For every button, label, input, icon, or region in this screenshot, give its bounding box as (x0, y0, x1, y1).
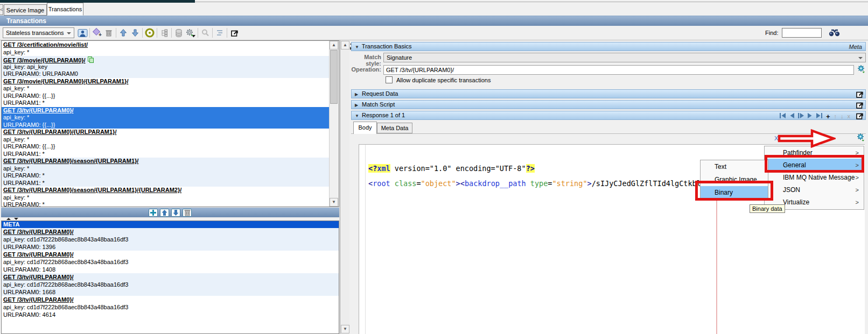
search-icon[interactable] (199, 27, 211, 38)
move-transaction-down-icon[interactable] (171, 209, 180, 217)
last-response-icon[interactable] (816, 112, 822, 120)
main-toolbar: Stateless transactions + Find: (0, 26, 868, 40)
transaction-item[interactable]: GET /3/tv/{URLPARAM0}/season/{URLPARAM1}… (2, 158, 330, 187)
copy-icon (87, 56, 94, 63)
section-request-data[interactable]: ▶ Request Data (351, 89, 866, 98)
content-type-gear-icon[interactable] (856, 133, 865, 143)
meta-transaction-list[interactable]: META GET /3/tv/{URLPARAM0}/api_key: cd1d… (1, 221, 339, 334)
application-window: < Service Image Transactions Transaction… (0, 0, 868, 334)
transaction-item[interactable]: GET /3/movie/{URLPARAM0}/api_key: api_ke… (2, 56, 330, 78)
tab-meta-data[interactable]: Meta Data (377, 123, 412, 133)
new-transaction-icon[interactable]: + (91, 27, 103, 38)
xml-token: "object" (421, 179, 456, 188)
menu-item-label: Virtualize (783, 198, 809, 206)
delete-transaction-icon[interactable] (183, 209, 192, 217)
panel-title: Transactions (0, 16, 868, 26)
filter-icon[interactable] (214, 27, 226, 38)
transaction-list-scrollbar[interactable]: ▲ ▼ (329, 41, 339, 207)
move-transaction-up-icon[interactable] (160, 209, 169, 217)
splitter-up-icon[interactable] (6, 218, 11, 220)
xml-token: root (373, 179, 390, 188)
meta-transaction-item[interactable]: GET /3/tv/{URLPARAM0}/api_key: cd1d7f222… (2, 251, 339, 273)
transaction-item[interactable]: GET /3/certification/movie/list/api_key:… (2, 41, 330, 56)
previous-response-icon[interactable] (789, 112, 794, 120)
scroll-up-icon[interactable]: ▲ (330, 41, 338, 49)
first-response-icon[interactable] (780, 112, 786, 120)
tab-transactions[interactable]: Transactions (47, 3, 83, 16)
operation-settings-gear-icon[interactable] (857, 65, 866, 75)
transaction-param: api_key: cd1d7f222b868aec8b843a48baa16df… (2, 303, 339, 311)
find-button[interactable] (828, 28, 840, 38)
meta-transaction-item[interactable]: GET /3/tv/{URLPARAM0}/api_key: cd1d7f222… (2, 296, 339, 318)
section-title: Transaction Basics (362, 43, 412, 49)
add-response-icon[interactable]: + (826, 114, 830, 119)
xml-content[interactable]: <?xml version="1.0" encoding="UTF-8"?> <… (368, 161, 701, 191)
allow-duplicate-label: Allow duplicate specific transactions (396, 77, 491, 83)
xml-token: "string" (552, 179, 587, 188)
scrollbar-thumb[interactable] (330, 50, 338, 104)
toolbar-separator (89, 28, 90, 38)
open-external-icon[interactable] (856, 90, 864, 101)
record-icon[interactable] (144, 27, 156, 38)
add-transaction-icon[interactable] (149, 209, 158, 217)
move-response-up-icon[interactable]: ↑ (834, 112, 837, 120)
annotation-arrow (778, 129, 836, 148)
transaction-mode-select[interactable]: Stateless transactions (3, 27, 74, 38)
move-response-down-icon[interactable]: ↓ (841, 112, 844, 120)
next-response-icon[interactable] (808, 112, 813, 120)
transaction-param: api_key: cd1d7f222b868aec8b843a48baa16df… (2, 281, 339, 288)
splitter-down-icon[interactable] (14, 218, 18, 220)
delete-transaction-icon[interactable] (103, 27, 115, 38)
hierarchy-icon[interactable] (158, 27, 170, 38)
operation-input[interactable]: GET /3/tv/{URLPARAM0}/ (383, 65, 854, 75)
scroll-down-icon[interactable]: ▼ (341, 325, 349, 333)
transaction-operation: GET /3/movie/{URLPARAM0}/{URLPARAM1}/ (3, 78, 128, 84)
chevron-down-icon (858, 57, 863, 59)
scroll-down-icon[interactable]: ▼ (330, 198, 338, 207)
match-style-select[interactable]: Signature (383, 53, 866, 62)
delete-response-icon[interactable]: x (848, 112, 851, 120)
panel-divider[interactable] (340, 40, 340, 334)
play-response-icon[interactable] (798, 112, 804, 120)
section-match-script[interactable]: ▶ Match Script (351, 100, 866, 109)
toolbar-separator (198, 28, 198, 38)
tab-service-image[interactable]: Service Image (4, 4, 47, 16)
section-transaction-basics[interactable]: ▼ Transaction Basics Meta (351, 42, 866, 51)
transaction-item[interactable]: GET /3/tv/{URLPARAM0}/api_key: *URLPARAM… (2, 107, 330, 129)
move-down-icon[interactable] (129, 27, 141, 38)
move-up-icon[interactable] (117, 27, 129, 38)
open-external-icon[interactable] (856, 101, 864, 111)
toolbar-separator (142, 28, 143, 38)
open-external-icon[interactable] (856, 112, 864, 122)
transaction-item[interactable]: GET /3/tv/{URLPARAM0}/season/{URLPARAM1}… (2, 187, 330, 207)
section-response[interactable]: ▼ Response 1 of 1 +↑↓x (351, 111, 866, 120)
find-input[interactable] (782, 28, 822, 38)
transaction-item[interactable]: GET /3/movie/{URLPARAM0}/{URLPARAM1}/api… (2, 78, 330, 107)
menu-item-ibm-mq-native-message[interactable]: IBM MQ Native Message> (765, 171, 864, 183)
transaction-operation: GET /3/tv/{URLPARAM0}/ (3, 229, 74, 235)
tab-body[interactable]: Body (353, 122, 377, 134)
open-external-icon[interactable] (228, 27, 240, 38)
section-title: Match Script (362, 101, 395, 108)
settings-icon[interactable] (185, 27, 197, 38)
meta-transaction-item[interactable]: GET /3/tv/{URLPARAM0}/api_key: cd1d7f222… (2, 273, 339, 296)
expand-arrow-icon: ▶ (355, 90, 360, 98)
database-icon[interactable] (173, 27, 185, 38)
xml-token (526, 179, 530, 188)
transaction-item[interactable]: GET /3/tv/{URLPARAM0}/{URLPARAM1}/api_ke… (2, 129, 330, 158)
screenshot-icon[interactable] (76, 27, 88, 38)
collapse-arrow-icon: ▼ (355, 43, 360, 51)
meta-list-header[interactable]: META (2, 221, 339, 228)
meta-transaction-item[interactable]: GET /3/tv/{URLPARAM0}/api_key: cd1d7f222… (2, 228, 339, 251)
allow-duplicate-checkbox[interactable] (386, 76, 393, 83)
submenu-arrow-icon: > (856, 187, 859, 193)
scroll-up-icon[interactable]: ▲ (341, 41, 349, 49)
submenu-arrow-icon: > (856, 174, 859, 181)
right-panel-scrollbar[interactable]: ▲ ▼ (341, 40, 349, 334)
transaction-param: api_key: * (2, 136, 330, 144)
menu-item-json[interactable]: JSON> (765, 183, 864, 196)
xml-token: < (368, 179, 373, 188)
transaction-list[interactable]: GET /3/certification/movie/list/api_key:… (1, 40, 339, 207)
menu-item-text[interactable]: Text (701, 160, 768, 173)
top-divider (195, 2, 868, 2)
